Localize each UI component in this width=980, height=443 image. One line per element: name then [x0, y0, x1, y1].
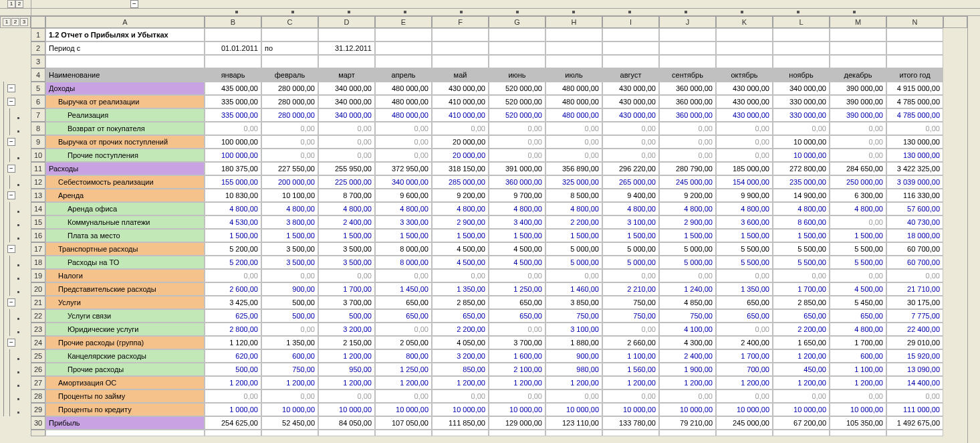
cell[interactable]: 0,00: [886, 122, 943, 135]
cell[interactable]: 1 700,00: [716, 349, 773, 363]
cell[interactable]: 15 920,00: [886, 349, 943, 363]
cell[interactable]: 5 500,00: [773, 256, 830, 269]
cell[interactable]: 130 000,00: [886, 149, 943, 162]
cell[interactable]: 0,00: [545, 389, 602, 403]
cell[interactable]: 3 100,00: [545, 323, 602, 336]
col-header-K[interactable]: K: [716, 16, 773, 28]
cell[interactable]: 111 850,00: [432, 416, 489, 430]
cell[interactable]: 3 200,00: [318, 323, 375, 336]
cell[interactable]: [659, 55, 716, 68]
cell[interactable]: 2 210,00: [602, 282, 659, 296]
cell[interactable]: Проценты по займу: [45, 389, 205, 403]
cell[interactable]: 2 600,00: [205, 282, 261, 296]
cell[interactable]: 0,00: [716, 149, 773, 162]
cell[interactable]: 430 000,00: [602, 95, 659, 108]
cell[interactable]: 245 000,00: [659, 175, 716, 189]
cell[interactable]: 625,00: [205, 309, 261, 323]
row-header[interactable]: 28: [31, 389, 45, 403]
cell[interactable]: [659, 28, 716, 41]
cell[interactable]: Представительские расходы: [45, 282, 205, 296]
cell[interactable]: 57 600,00: [886, 202, 943, 215]
cell[interactable]: 4 800,00: [830, 323, 886, 336]
cell[interactable]: 272 800,00: [773, 162, 830, 175]
cell[interactable]: ноябрь: [773, 68, 830, 82]
cell[interactable]: 600,00: [261, 349, 318, 363]
cell[interactable]: июнь: [489, 68, 545, 82]
cell[interactable]: 5 200,00: [205, 242, 261, 256]
cell[interactable]: 0,00: [602, 122, 659, 135]
cell[interactable]: 1 200,00: [261, 376, 318, 389]
cell[interactable]: [830, 41, 886, 55]
cell[interactable]: 40 730,00: [886, 215, 943, 229]
cell[interactable]: 0,00: [375, 122, 432, 135]
cell[interactable]: 154 000,00: [716, 175, 773, 189]
cell[interactable]: [545, 430, 602, 436]
cell[interactable]: 0,00: [489, 135, 545, 149]
cell[interactable]: 900,00: [545, 349, 602, 363]
cell[interactable]: 430 000,00: [432, 82, 489, 95]
row-header[interactable]: 2: [31, 41, 45, 55]
cell[interactable]: 13 090,00: [886, 363, 943, 376]
cell[interactable]: 430 000,00: [602, 108, 659, 122]
cell[interactable]: 0,00: [432, 122, 489, 135]
cell[interactable]: 0,00: [659, 122, 716, 135]
cell[interactable]: 5 000,00: [545, 242, 602, 256]
cell[interactable]: 650,00: [489, 296, 545, 309]
cell[interactable]: [318, 28, 375, 41]
cell[interactable]: 0,00: [830, 389, 886, 403]
cell[interactable]: 0,00: [830, 122, 886, 135]
cell[interactable]: Проценты по кредиту: [45, 403, 205, 416]
col-header-H[interactable]: H: [545, 16, 602, 28]
cell[interactable]: 0,00: [205, 122, 261, 135]
cell[interactable]: 0,00: [602, 323, 659, 336]
cell[interactable]: 4 800,00: [659, 202, 716, 215]
row-header[interactable]: 15: [31, 215, 45, 229]
cell[interactable]: 0,00: [545, 122, 602, 135]
cell[interactable]: 500,00: [261, 296, 318, 309]
row-header[interactable]: 11: [31, 162, 45, 175]
cell[interactable]: 0,00: [773, 122, 830, 135]
cell[interactable]: 1 650,00: [773, 336, 830, 349]
cell[interactable]: [205, 28, 261, 41]
cell[interactable]: [886, 55, 943, 68]
cell[interactable]: 3 400,00: [489, 215, 545, 229]
cell[interactable]: 650,00: [432, 309, 489, 323]
cell[interactable]: [375, 430, 432, 436]
cell[interactable]: 4 800,00: [716, 202, 773, 215]
cell[interactable]: [773, 55, 830, 68]
cell[interactable]: [716, 55, 773, 68]
cell[interactable]: 620,00: [205, 349, 261, 363]
cell[interactable]: 1 700,00: [773, 282, 830, 296]
row-header[interactable]: 9: [31, 135, 45, 149]
column-group-collapse[interactable]: −: [130, 0, 138, 8]
row-group-collapse[interactable]: −: [7, 245, 15, 253]
cell[interactable]: 0,00: [261, 269, 318, 282]
cell[interactable]: 0,00: [830, 269, 886, 282]
cell[interactable]: 4 500,00: [432, 242, 489, 256]
cell[interactable]: 0,00: [716, 135, 773, 149]
cell[interactable]: 480 000,00: [545, 95, 602, 108]
cell[interactable]: 650,00: [375, 309, 432, 323]
cell[interactable]: 650,00: [489, 309, 545, 323]
cell[interactable]: [830, 28, 886, 41]
cell[interactable]: [773, 28, 830, 41]
cell[interactable]: 330 000,00: [773, 108, 830, 122]
cell[interactable]: 4 785 000,00: [886, 108, 943, 122]
cell[interactable]: [489, 28, 545, 41]
cell[interactable]: 0,00: [375, 323, 432, 336]
cell[interactable]: декабрь: [830, 68, 886, 82]
cell[interactable]: 4 785 000,00: [886, 95, 943, 108]
cell[interactable]: 0,00: [545, 149, 602, 162]
cell[interactable]: 185 000,00: [716, 162, 773, 175]
cell[interactable]: 5 200,00: [205, 256, 261, 269]
row-header[interactable]: 16: [31, 229, 45, 242]
row-header[interactable]: 6: [31, 95, 45, 108]
cell[interactable]: [432, 28, 489, 41]
cell[interactable]: 1 500,00: [489, 229, 545, 242]
cell[interactable]: 360 000,00: [659, 82, 716, 95]
cell[interactable]: [432, 41, 489, 55]
cell[interactable]: 9 600,00: [375, 189, 432, 202]
cell[interactable]: 285 000,00: [432, 175, 489, 189]
cell[interactable]: 4 800,00: [432, 202, 489, 215]
row-header[interactable]: 4: [31, 68, 45, 82]
